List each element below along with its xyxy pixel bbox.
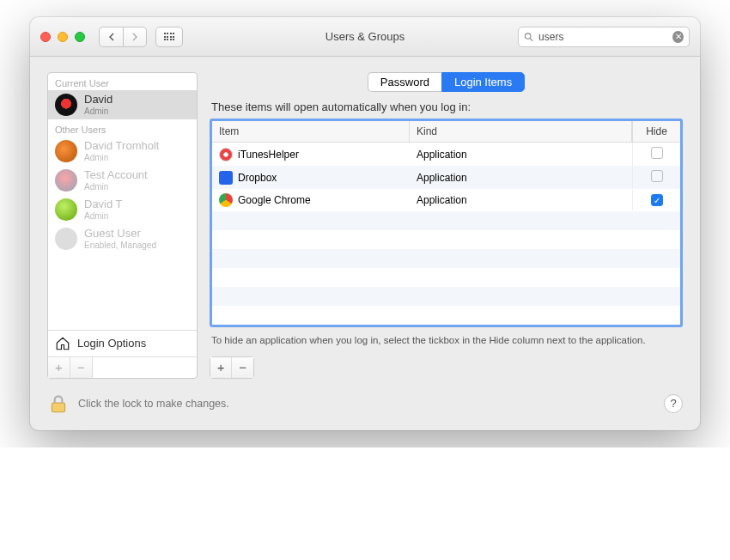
login-item-name: Google Chrome bbox=[238, 194, 311, 206]
table-header: Item Kind Hide bbox=[212, 121, 680, 143]
prefs-window: Users & Groups ✕ Current User David Admi… bbox=[30, 17, 700, 430]
dropbox-icon bbox=[219, 171, 233, 185]
search-clear-button[interactable]: ✕ bbox=[672, 31, 684, 43]
login-item-kind: Application bbox=[410, 144, 632, 165]
table-row[interactable]: Dropbox Application bbox=[212, 166, 680, 189]
remove-login-item-button[interactable]: − bbox=[232, 357, 253, 378]
login-item-name: iTunesHelper bbox=[238, 149, 299, 161]
show-all-prefs-button[interactable] bbox=[155, 27, 183, 47]
svg-line-1 bbox=[530, 38, 532, 40]
user-role: Admin bbox=[84, 182, 148, 192]
table-row-empty bbox=[212, 287, 680, 306]
login-items-subtitle: These items will open automatically when… bbox=[211, 100, 683, 113]
search-input[interactable] bbox=[538, 31, 667, 43]
zoom-window-button[interactable] bbox=[75, 32, 85, 42]
table-row-empty bbox=[212, 268, 680, 287]
sidebar-user-guest[interactable]: Guest User Enabled, Managed bbox=[48, 224, 197, 253]
add-user-button[interactable]: + bbox=[48, 357, 70, 378]
login-item-kind: Application bbox=[410, 167, 632, 188]
forward-button[interactable] bbox=[123, 27, 147, 47]
hide-hint-text: To hide an application when you log in, … bbox=[211, 334, 681, 348]
svg-point-0 bbox=[525, 33, 530, 38]
table-row-empty bbox=[212, 230, 680, 249]
user-name: David T bbox=[84, 198, 123, 210]
other-users-header: Other Users bbox=[48, 119, 197, 137]
content-area: Current User David Admin Other Users Dav… bbox=[30, 57, 700, 393]
table-row-empty bbox=[212, 249, 680, 268]
col-header-item[interactable]: Item bbox=[212, 121, 410, 142]
sidebar-add-remove: + − bbox=[48, 356, 197, 378]
table-row-empty bbox=[212, 211, 680, 230]
user-name: David bbox=[84, 94, 113, 106]
hide-checkbox[interactable]: ✓ bbox=[651, 194, 663, 206]
add-login-item-button[interactable]: + bbox=[210, 357, 232, 378]
house-icon bbox=[55, 336, 70, 351]
sidebar-user-other[interactable]: David Tromholt Admin bbox=[48, 137, 197, 166]
avatar-icon bbox=[55, 169, 77, 192]
login-options-button[interactable]: Login Options bbox=[48, 331, 197, 356]
hide-checkbox[interactable] bbox=[651, 147, 663, 159]
avatar-icon bbox=[55, 198, 77, 221]
login-items-add-remove: + − bbox=[210, 356, 254, 379]
sidebar-user-other[interactable]: David T Admin bbox=[48, 195, 197, 224]
table-row[interactable]: Google Chrome Application ✓ bbox=[212, 189, 680, 211]
users-sidebar: Current User David Admin Other Users Dav… bbox=[47, 72, 198, 379]
chevron-left-icon bbox=[108, 33, 115, 41]
login-item-name: Dropbox bbox=[238, 172, 277, 184]
chevron-right-icon bbox=[131, 33, 138, 41]
traffic-lights bbox=[40, 32, 85, 42]
tab-bar: Password Login Items bbox=[210, 72, 683, 92]
table-row-empty bbox=[212, 306, 680, 325]
avatar-icon bbox=[55, 140, 77, 162]
window-title: Users & Groups bbox=[325, 30, 405, 43]
search-field-container[interactable]: ✕ bbox=[518, 27, 690, 47]
nav-back-forward bbox=[99, 27, 147, 47]
chrome-icon bbox=[219, 193, 233, 207]
user-name: Guest User bbox=[84, 228, 156, 240]
remove-user-button[interactable]: − bbox=[70, 357, 93, 378]
svg-rect-2 bbox=[52, 402, 64, 411]
current-user-header: Current User bbox=[48, 73, 197, 90]
table-row[interactable]: iTunesHelper Application bbox=[212, 143, 680, 166]
avatar-icon bbox=[55, 228, 77, 250]
user-name: Test Account bbox=[84, 169, 148, 181]
minimize-window-button[interactable] bbox=[58, 32, 68, 42]
main-panel: Password Login Items These items will op… bbox=[210, 72, 683, 379]
sidebar-user-other[interactable]: Test Account Admin bbox=[48, 166, 197, 195]
tab-password[interactable]: Password bbox=[368, 72, 441, 92]
titlebar: Users & Groups ✕ bbox=[30, 17, 700, 57]
login-items-table: Item Kind Hide iTunesHelper Application … bbox=[210, 119, 683, 327]
user-role: Admin bbox=[84, 107, 113, 116]
lock-row: Click the lock to make changes. ? bbox=[30, 393, 700, 430]
grid-icon bbox=[164, 33, 175, 40]
avatar-icon bbox=[55, 94, 77, 116]
lock-text: Click the lock to make changes. bbox=[78, 398, 229, 410]
user-role: Enabled, Managed bbox=[84, 240, 156, 250]
login-item-kind: Application bbox=[410, 190, 632, 210]
col-header-hide[interactable]: Hide bbox=[632, 121, 680, 142]
help-button[interactable]: ? bbox=[664, 394, 683, 413]
close-window-button[interactable] bbox=[40, 32, 51, 42]
lock-icon[interactable] bbox=[47, 393, 70, 415]
user-role: Admin bbox=[84, 211, 123, 221]
user-role: Admin bbox=[84, 153, 159, 162]
hide-checkbox[interactable] bbox=[651, 170, 663, 182]
search-icon bbox=[524, 32, 533, 42]
sidebar-user-current[interactable]: David Admin bbox=[48, 90, 197, 119]
login-options-label: Login Options bbox=[77, 337, 146, 350]
tab-login-items[interactable]: Login Items bbox=[441, 72, 525, 92]
itunes-icon bbox=[219, 148, 233, 161]
back-button[interactable] bbox=[99, 27, 123, 47]
user-name: David Tromholt bbox=[84, 140, 159, 152]
col-header-kind[interactable]: Kind bbox=[410, 121, 632, 142]
